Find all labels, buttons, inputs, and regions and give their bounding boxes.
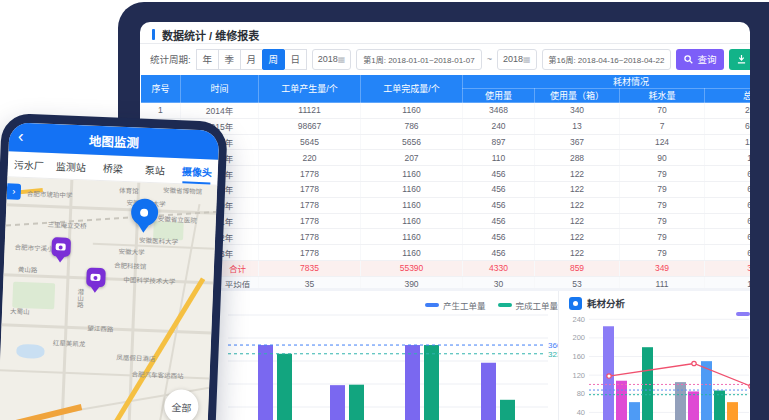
map-label: 安徽省立医院 [158, 213, 197, 225]
table-cell: 79 [620, 213, 705, 229]
table-cell: 1160 [361, 181, 463, 197]
table-row: 52018年177811604561227967 [141, 166, 751, 182]
phone-tab-泵站[interactable]: 泵站 [133, 156, 176, 183]
map-label: 中国科学技术大学 [123, 274, 175, 286]
map-label: 望江西路 [87, 323, 113, 334]
table-cell: 240 [463, 118, 535, 134]
breadcrumb-accent-bar [152, 29, 155, 40]
period-option-周[interactable]: 周 [262, 49, 285, 70]
export-excel-button[interactable]: 导出Excel [729, 49, 750, 70]
phone-tab-摄像头[interactable]: 摄像头 [175, 158, 218, 185]
consumable-bar-chart: 2402001601208040 [559, 291, 750, 420]
table-cell: 129 [705, 134, 751, 150]
table-cell: 79 [620, 166, 705, 182]
table-cell: 456 [463, 213, 535, 229]
table-cell: 456 [463, 197, 535, 213]
table-cell: 79 [620, 181, 705, 197]
table-cell: 207 [361, 150, 463, 166]
phone-tab-桥梁[interactable]: 桥梁 [91, 155, 134, 182]
table-cell: 340 [535, 103, 620, 119]
table-body: 12014年11121116034683407025022015年9866778… [141, 103, 751, 293]
table-row: 92022年177811604561227967 [141, 229, 751, 245]
selected-camera-pin[interactable] [128, 198, 160, 241]
map-label: 大蜀山 [10, 305, 30, 316]
calendar-icon: ▦ [523, 55, 531, 64]
sub-column-header: 总量 [705, 89, 751, 103]
end-year-value: 2018 [503, 54, 523, 64]
table-cell: 122 [535, 197, 620, 213]
svg-text:80: 80 [577, 389, 585, 398]
table-cell: 456 [463, 245, 535, 261]
table-cell: 250 [705, 103, 751, 119]
table-cell: 456 [463, 229, 535, 245]
map-label: 合肥科技馆 [114, 260, 147, 271]
period-segmented-control: 年季月周日 [197, 49, 307, 70]
period-option-月[interactable]: 月 [240, 49, 263, 70]
table-cell: 897 [463, 134, 535, 150]
table-cell: 1160 [361, 166, 463, 182]
table-row: 32016年56455656897367124129 [141, 134, 751, 150]
charts-section: 产生工单量完成工单量 360323 耗材分析 2402001601208040 [140, 288, 750, 420]
period-option-季[interactable]: 季 [218, 49, 241, 70]
table-cell: 90 [620, 150, 705, 166]
period-option-年[interactable]: 年 [196, 49, 219, 70]
query-button[interactable]: 查询 [676, 49, 724, 70]
table-cell: 122 [535, 166, 620, 182]
download-icon [737, 55, 746, 64]
start-week-input[interactable]: 第1周: 2018-01-01~2018-01-07 [356, 49, 481, 70]
table-row: 72020年177811604561227967 [141, 197, 751, 213]
svg-text:360: 360 [548, 341, 558, 350]
phone-tab-监测站[interactable]: 监测站 [49, 153, 92, 180]
range-separator: ~ [487, 54, 492, 64]
table-cell: 55390 [361, 260, 463, 276]
table-cell: 67 [705, 245, 751, 261]
table-cell: 456 [463, 166, 535, 182]
legend-item[interactable]: 完成工单量 [498, 299, 559, 311]
legend-swatch [736, 312, 750, 316]
map-label: 黄山路 [18, 264, 38, 275]
table-cell: 1778 [259, 166, 361, 182]
start-year-select[interactable]: 2018 ▦ [312, 49, 352, 70]
chart-legend: 产生工单量完成工单量 [425, 299, 558, 311]
expand-panel-button[interactable]: › [7, 183, 22, 200]
table-cell: 220 [259, 150, 361, 166]
end-year-select[interactable]: 2018 ▦ [497, 49, 537, 70]
breadcrumb-text: 数据统计 / 维修报表 [162, 27, 259, 43]
chart-title: 耗材分析 [569, 296, 625, 310]
table-cell: 1160 [361, 229, 463, 245]
camera-marker[interactable] [49, 237, 72, 266]
pie-chart-icon [569, 297, 582, 310]
table-cell: 1778 [259, 181, 361, 197]
group-header: 耗材情况 [463, 75, 751, 89]
table-cell: 110 [463, 150, 535, 166]
report-table: 序号时间工单产生量/个工单完成量/个耗材情况使用量使用量（箱）耗水量总量 120… [140, 74, 750, 293]
table-cell: 124 [620, 134, 705, 150]
end-week-input[interactable]: 第16周: 2018-04-16~2018-04-22 [542, 49, 672, 70]
camera-marker[interactable] [84, 267, 107, 296]
table-cell: 122 [535, 229, 620, 245]
dashboard-card: 数据统计 / 维修报表 统计周期: 年季月周日 2018 ▦ 第1周: 2018… [140, 22, 750, 420]
phone-tab-污水厂[interactable]: 污水厂 [7, 151, 50, 178]
map-road [60, 180, 73, 420]
table-cell: 79 [620, 229, 705, 245]
show-all-button[interactable]: 全部 [164, 389, 199, 420]
table-cell: 67 [705, 166, 751, 182]
legend-item[interactable]: 产生工单量 [425, 299, 486, 311]
map-highway [0, 404, 82, 420]
period-option-日[interactable]: 日 [284, 49, 307, 70]
table-cell: 122 [535, 213, 620, 229]
legend-fragment [736, 302, 750, 320]
table-cell: 5645 [259, 134, 361, 150]
table-cell: 98667 [259, 118, 361, 134]
table-cell: 11121 [259, 103, 361, 119]
map-label: 凤凰假日酒店 [116, 352, 155, 364]
back-icon[interactable]: ‹ [18, 123, 25, 150]
table-cell: 1 [141, 103, 181, 119]
period-label: 统计周期: [150, 52, 191, 66]
map-lake [16, 344, 45, 359]
total-row: 合计783555390433085934933 [141, 260, 751, 276]
map-view[interactable]: 合肥市琥珀中学体育馆安徽农业大学安徽省博物馆安徽省立医院三里庵立交桥合肥市宁溪小… [0, 177, 217, 420]
table-cell: 786 [361, 118, 463, 134]
table-cell: 7 [620, 118, 705, 134]
search-icon [684, 55, 693, 64]
